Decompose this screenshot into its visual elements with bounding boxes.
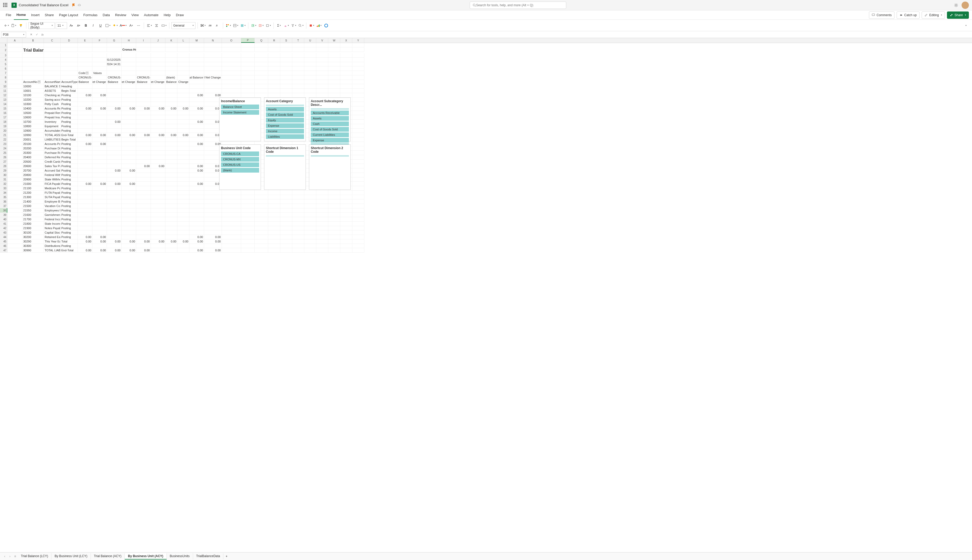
cell-F37[interactable] xyxy=(92,204,107,208)
cell-S35[interactable] xyxy=(280,195,292,200)
col-header-O[interactable]: O xyxy=(222,38,241,43)
cell-J10[interactable] xyxy=(151,84,166,88)
cell-M7[interactable] xyxy=(189,71,204,75)
cell-A21[interactable] xyxy=(7,133,22,137)
cell-H47[interactable]: 0.00 xyxy=(122,248,136,253)
cell-L27[interactable] xyxy=(177,160,189,164)
cell-K1[interactable] xyxy=(166,43,177,47)
cell-B21[interactable]: 10990 xyxy=(22,133,44,137)
cell-A41[interactable] xyxy=(7,222,22,226)
cell-K39[interactable] xyxy=(166,213,177,217)
cell-N2[interactable] xyxy=(204,47,222,52)
cell-L20[interactable] xyxy=(177,128,189,133)
col-header-W[interactable]: W xyxy=(328,38,340,43)
cell-C26[interactable]: Deferred Revenue xyxy=(44,155,60,160)
cell-T5[interactable] xyxy=(292,62,304,67)
cell-D8[interactable] xyxy=(60,75,78,80)
cell-O2[interactable] xyxy=(222,47,241,52)
cell-H23[interactable] xyxy=(122,142,136,146)
cell-L34[interactable] xyxy=(177,191,189,195)
cell-J1[interactable] xyxy=(151,43,166,47)
cell-L33[interactable] xyxy=(177,186,189,191)
cell-L12[interactable] xyxy=(177,93,189,98)
cell-W43[interactable] xyxy=(328,230,340,235)
cell-M46[interactable] xyxy=(189,244,204,248)
cell-M22[interactable] xyxy=(189,137,204,142)
cell-C1[interactable] xyxy=(44,43,60,47)
row-header-28[interactable]: 28 xyxy=(0,164,7,168)
cell-G27[interactable] xyxy=(107,160,122,164)
cell-M45[interactable]: 0.00 xyxy=(189,239,204,244)
cell-W6[interactable] xyxy=(328,67,340,71)
cell-R36[interactable] xyxy=(268,200,280,204)
col-header-R[interactable]: R xyxy=(268,38,280,43)
sheet-tab-0[interactable]: Trial Balance (LCY) xyxy=(18,553,52,560)
cell-C19[interactable]: Equipment xyxy=(44,124,60,128)
cell-V3[interactable] xyxy=(316,53,328,58)
cell-J18[interactable] xyxy=(151,120,166,124)
cell-X38[interactable] xyxy=(340,208,352,213)
cell-M19[interactable] xyxy=(189,124,204,128)
row-header-26[interactable]: 26 xyxy=(0,155,7,160)
cell-M32[interactable]: 0.00 xyxy=(189,182,204,186)
cell-X11[interactable] xyxy=(340,88,352,93)
cell-H15[interactable]: 0.00 xyxy=(122,107,136,111)
cell-W34[interactable] xyxy=(328,191,340,195)
cell-I4[interactable] xyxy=(136,58,151,62)
cell-O38[interactable] xyxy=(222,208,241,213)
cell-H21[interactable]: 0.00 xyxy=(122,133,136,137)
row-header-4[interactable]: 4 xyxy=(0,58,7,62)
row-header-43[interactable]: 43 xyxy=(0,230,7,235)
cell-M6[interactable] xyxy=(189,67,204,71)
cell-I27[interactable] xyxy=(136,160,151,164)
cell-L31[interactable] xyxy=(177,177,189,182)
cell-U9[interactable] xyxy=(304,80,316,84)
cell-B11[interactable]: 10001 xyxy=(22,88,44,93)
cell-N40[interactable] xyxy=(204,217,222,222)
cell-L35[interactable] xyxy=(177,195,189,200)
cell-B30[interactable]: 20800 xyxy=(22,173,44,177)
cell-H2[interactable]: Cronus Holding xyxy=(122,47,136,52)
cell-J4[interactable] xyxy=(151,58,166,62)
cell-C14[interactable]: Petty Cash xyxy=(44,102,60,107)
col-header-F[interactable]: F xyxy=(92,38,107,43)
slicer-dim2[interactable]: Shortcut Dimension 2 Code xyxy=(309,145,351,190)
cell-Y25[interactable] xyxy=(352,151,364,155)
cell-C3[interactable] xyxy=(44,53,60,58)
cell-P12[interactable] xyxy=(241,93,255,98)
cell-W41[interactable] xyxy=(328,222,340,226)
cell-N1[interactable] xyxy=(204,43,222,47)
sort-filter-button[interactable]: ▾ xyxy=(290,22,297,29)
cell-W1[interactable] xyxy=(328,43,340,47)
cell-T35[interactable] xyxy=(292,195,304,200)
cell-M36[interactable] xyxy=(189,200,204,204)
cell-I17[interactable] xyxy=(136,115,151,120)
cell-D39[interactable]: Posting xyxy=(60,213,78,217)
sheet-tab-3[interactable]: By Business Unit (ACY) xyxy=(125,553,166,560)
cell-G13[interactable] xyxy=(107,98,122,102)
cell-E27[interactable] xyxy=(78,160,92,164)
cell-Y10[interactable] xyxy=(352,84,364,88)
cell-J34[interactable] xyxy=(151,191,166,195)
cell-G18[interactable]: 0.00 xyxy=(107,120,122,124)
cell-K12[interactable] xyxy=(166,93,177,98)
font-color-button[interactable]: A▾ xyxy=(119,22,127,29)
cell-G38[interactable] xyxy=(107,208,122,213)
cell-P11[interactable] xyxy=(241,88,255,93)
cell-X40[interactable] xyxy=(340,217,352,222)
cell-G16[interactable] xyxy=(107,111,122,115)
paste-button[interactable]: ▾ xyxy=(10,22,17,29)
cell-P39[interactable] xyxy=(241,213,255,217)
cell-I41[interactable] xyxy=(136,222,151,226)
cell-B9[interactable]: AccountNo▾ xyxy=(22,80,44,84)
cell-H34[interactable] xyxy=(122,191,136,195)
cell-F41[interactable] xyxy=(92,222,107,226)
cell-M33[interactable] xyxy=(189,186,204,191)
cell-B7[interactable] xyxy=(22,71,44,75)
cell-E40[interactable] xyxy=(78,217,92,222)
settings-icon[interactable] xyxy=(954,3,959,8)
cell-Q43[interactable] xyxy=(255,230,268,235)
cell-P36[interactable] xyxy=(241,200,255,204)
cell-E21[interactable]: 0.00 xyxy=(78,133,92,137)
cell-H27[interactable] xyxy=(122,160,136,164)
